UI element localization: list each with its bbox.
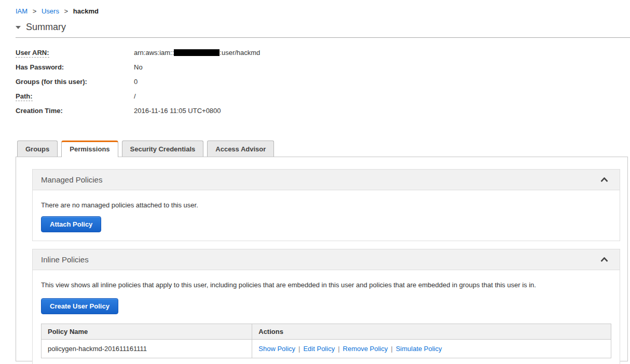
breadcrumb: IAM > Users > hackmd <box>0 0 630 15</box>
inline-policies-table: Policy Name Actions policygen-hackmd-201… <box>41 324 611 358</box>
show-policy-link[interactable]: Show Policy <box>258 345 295 353</box>
summary-row-has-password: Has Password: No <box>16 60 630 74</box>
tab-permissions[interactable]: Permissions <box>61 141 118 157</box>
managed-policies-header: Managed Policies <box>33 170 620 190</box>
summary-section-toggle[interactable]: Summary <box>16 22 630 33</box>
summary-row-creation-time: Creation Time: 2016-11-16 11:05 UTC+0800 <box>16 103 630 118</box>
table-header-row: Policy Name Actions <box>42 324 611 340</box>
summary-row-user-arn: User ARN: arn:aws:iam:::user/hackmd <box>16 45 630 60</box>
permissions-tab-panel: Managed Policies There are no managed po… <box>16 157 628 361</box>
breadcrumb-current-user: hackmd <box>73 7 99 15</box>
managed-policies-section: Managed Policies There are no managed po… <box>32 169 620 241</box>
breadcrumb-link-iam[interactable]: IAM <box>16 7 28 15</box>
action-separator: | <box>338 345 339 353</box>
attach-policy-button[interactable]: Attach Policy <box>41 216 101 232</box>
inline-policies-description: This view shows all inline policies that… <box>41 281 611 289</box>
table-row: policygen-hackmd-201611161111 Show Polic… <box>42 340 611 358</box>
field-label-path: Path: <box>16 92 134 100</box>
arn-prefix: arn:aws:iam:: <box>134 49 174 57</box>
tab-security-credentials[interactable]: Security Credentials <box>122 141 204 157</box>
summary-divider <box>16 37 630 38</box>
field-label-user-arn: User ARN: <box>16 49 134 57</box>
breadcrumb-separator: > <box>33 7 37 15</box>
column-header-actions: Actions <box>252 324 611 340</box>
chevron-up-icon[interactable] <box>597 256 611 263</box>
field-value-creation-time: 2016-11-16 11:05 UTC+0800 <box>134 107 221 115</box>
summary-row-path: Path: / <box>16 89 630 103</box>
field-label-has-password: Has Password: <box>16 63 134 71</box>
field-label-groups: Groups (for this user): <box>16 78 134 86</box>
tab-bar: Groups Permissions Security Credentials … <box>17 141 630 157</box>
field-label-creation-time: Creation Time: <box>16 107 134 115</box>
column-header-policy-name: Policy Name <box>42 324 252 340</box>
field-value-user-arn: arn:aws:iam:::user/hackmd <box>134 49 260 57</box>
breadcrumb-separator: > <box>64 7 69 15</box>
field-value-groups: 0 <box>134 78 138 86</box>
inline-policies-section: Inline Policies This view shows all inli… <box>32 249 620 364</box>
managed-policies-empty-text: There are no managed policies attached t… <box>41 201 611 209</box>
inline-policies-title: Inline Policies <box>41 255 89 264</box>
field-value-path: / <box>134 92 136 100</box>
simulate-policy-link[interactable]: Simulate Policy <box>396 345 442 353</box>
create-user-policy-button[interactable]: Create User Policy <box>41 298 118 314</box>
action-separator: | <box>391 345 392 353</box>
chevron-up-icon[interactable] <box>597 176 611 183</box>
inline-policies-body: This view shows all inline policies that… <box>33 270 620 364</box>
policy-name-cell: policygen-hackmd-201611161111 <box>42 340 252 358</box>
inline-policies-header: Inline Policies <box>33 249 620 270</box>
actions-cell: Show Policy|Edit Policy|Remove Policy|Si… <box>252 340 611 358</box>
summary-fields: User ARN: arn:aws:iam:::user/hackmd Has … <box>16 45 630 118</box>
managed-policies-title: Managed Policies <box>41 175 102 184</box>
collapse-triangle-icon <box>16 26 21 29</box>
action-separator: | <box>298 345 300 353</box>
tab-groups[interactable]: Groups <box>17 141 58 157</box>
arn-suffix: :user/hackmd <box>220 49 260 57</box>
field-value-has-password: No <box>134 63 143 71</box>
summary-title: Summary <box>26 22 66 33</box>
tab-access-advisor[interactable]: Access Advisor <box>207 141 274 157</box>
managed-policies-body: There are no managed policies attached t… <box>33 190 620 241</box>
remove-policy-link[interactable]: Remove Policy <box>343 345 388 353</box>
redacted-account-id <box>174 49 220 56</box>
summary-row-groups: Groups (for this user): 0 <box>16 74 630 89</box>
breadcrumb-link-users[interactable]: Users <box>42 7 59 15</box>
edit-policy-link[interactable]: Edit Policy <box>303 345 335 353</box>
